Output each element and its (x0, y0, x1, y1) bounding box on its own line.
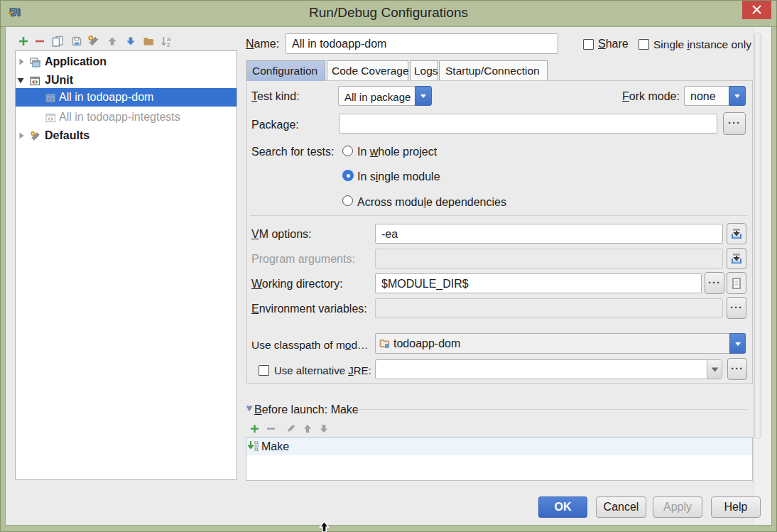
svg-text:z: z (167, 41, 170, 48)
svg-text:01: 01 (254, 447, 259, 452)
